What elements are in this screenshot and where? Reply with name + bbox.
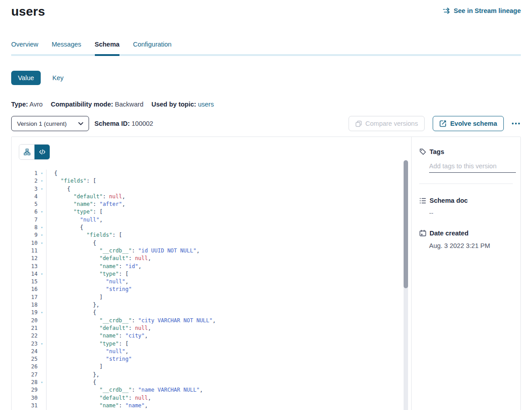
fold-spacer (38, 294, 47, 301)
code-text: "type": [ (47, 270, 128, 278)
code-text: "default": null, (47, 255, 151, 262)
compatibility-pair: Compatibility mode: Backward (51, 101, 143, 108)
code-text: "string" (47, 355, 132, 363)
line-number: 17 (19, 294, 38, 301)
fold-toggle-icon[interactable]: ▾ (38, 379, 47, 386)
line-number: 7 (19, 216, 38, 224)
page-header: users See in Stream lineage (11, 0, 521, 19)
fold-toggle-icon[interactable]: ▾ (38, 239, 47, 247)
schema-sidebar: Tags Schema doc (411, 137, 520, 410)
type-pair: Type: Avro (11, 101, 43, 108)
code-text: { (47, 379, 96, 386)
code-line: 5 "name": "after", (19, 201, 411, 208)
fold-toggle-icon[interactable]: ▾ (38, 224, 47, 231)
line-number: 24 (19, 348, 38, 355)
code-line: 20 "__crdb__": "city VARCHAR NOT NULL", (19, 317, 411, 325)
schema-doc-section: Schema doc -- (419, 197, 513, 217)
schema-id: Schema ID: 100002 (94, 120, 153, 127)
date-created-header: Date created (419, 230, 513, 237)
code-line: 15 "null", (19, 278, 411, 286)
schema-code-pane: 1▾{2▾ "fields": [3▾ {4 "default": null,5… (12, 137, 411, 410)
tree-view-button[interactable] (19, 145, 34, 159)
tab-configuration[interactable]: Configuration (133, 41, 171, 54)
date-created-value: Aug. 3 2022 3:21 PM (429, 242, 513, 249)
schema-id-label: Schema ID: (94, 120, 130, 127)
schema-id-value: 100002 (132, 120, 153, 127)
fold-spacer (38, 402, 47, 410)
topic-link[interactable]: users (198, 101, 213, 108)
fold-toggle-icon[interactable]: ▾ (38, 231, 47, 239)
calendar-plus-icon (419, 230, 426, 237)
compare-versions-button[interactable]: Compare versions (349, 116, 425, 131)
version-select-value: Version 1 (current) (17, 120, 67, 127)
fold-spacer (38, 394, 47, 402)
code-line: 31 "name": "name", (19, 402, 411, 410)
code-line: 23▾ "type": [ (19, 340, 411, 348)
tags-title: Tags (430, 148, 444, 155)
fold-spacer (38, 371, 47, 379)
tags-header: Tags (419, 148, 513, 155)
fold-spacer (38, 255, 47, 262)
key-toggle-link[interactable]: Key (52, 74, 64, 81)
code-line: 9▾ "fields": [ (19, 231, 411, 239)
line-number: 15 (19, 278, 38, 286)
schema-meta-row: Type: Avro Compatibility mode: Backward … (11, 101, 521, 108)
code-text: }, (47, 371, 99, 379)
fold-toggle-icon[interactable]: ▾ (38, 177, 47, 185)
line-number: 28 (19, 379, 38, 386)
line-number: 5 (19, 201, 38, 208)
page-title: users (11, 4, 45, 19)
line-number: 16 (19, 286, 38, 293)
code-line: 11 "__crdb__": "id UUID NOT NULL", (19, 247, 411, 255)
fold-toggle-icon[interactable]: ▾ (38, 340, 47, 348)
code-text: "fields": [ (47, 231, 122, 239)
compare-versions-icon (355, 120, 362, 127)
fold-spacer (38, 278, 47, 286)
code-line: 22 "name": "city", (19, 332, 411, 340)
evolve-schema-button[interactable]: Evolve schema (433, 116, 504, 131)
fold-spacer (38, 263, 47, 270)
code-text: { (47, 170, 57, 177)
code-line: 3▾ { (19, 185, 411, 193)
stream-lineage-label: See in Stream lineage (454, 7, 521, 14)
code-text: { (47, 185, 70, 193)
fold-toggle-icon[interactable]: ▾ (38, 208, 47, 216)
compare-versions-label: Compare versions (366, 120, 418, 127)
code-text: { (47, 239, 96, 247)
line-number: 27 (19, 371, 38, 379)
add-tags-input[interactable] (429, 162, 516, 173)
fold-toggle-icon[interactable]: ▾ (38, 270, 47, 278)
schema-doc-title: Schema doc (430, 197, 468, 204)
tab-schema[interactable]: Schema (95, 41, 120, 54)
schema-page: users See in Stream lineage Overview Mes… (0, 0, 532, 410)
code-text: "default": null, (47, 394, 151, 402)
fold-toggle-icon[interactable]: ▾ (38, 170, 47, 177)
code-text: "string" (47, 286, 132, 293)
more-options-button[interactable] (511, 120, 521, 127)
code-line: 27 }, (19, 371, 411, 379)
fold-spacer (38, 216, 47, 224)
ellipsis-icon (512, 123, 514, 124)
code-line: 13 "name": "id", (19, 263, 411, 270)
line-number: 20 (19, 317, 38, 325)
type-label: Type: (11, 101, 28, 108)
code-scrollbar-thumb[interactable] (404, 160, 408, 288)
value-toggle-button[interactable]: Value (11, 71, 41, 85)
code-line: 10▾ { (19, 239, 411, 247)
line-number: 4 (19, 193, 38, 201)
stream-lineage-link[interactable]: See in Stream lineage (443, 7, 521, 14)
code-text: "type": [ (47, 340, 128, 348)
line-number: 21 (19, 325, 38, 332)
schema-doc-value: -- (429, 209, 513, 217)
tab-messages[interactable]: Messages (51, 41, 81, 54)
line-number: 1 (19, 170, 38, 177)
tab-overview[interactable]: Overview (11, 41, 38, 54)
fold-toggle-icon[interactable]: ▾ (38, 309, 47, 316)
fold-spacer (38, 193, 47, 201)
line-number: 22 (19, 332, 38, 340)
fold-toggle-icon[interactable]: ▾ (38, 185, 47, 193)
version-select[interactable]: Version 1 (current) (11, 116, 89, 131)
code-view-button[interactable] (34, 145, 50, 159)
schema-controls-row: Version 1 (current) Schema ID: 100002 Co… (11, 116, 521, 131)
code-line: 18 }, (19, 301, 411, 309)
